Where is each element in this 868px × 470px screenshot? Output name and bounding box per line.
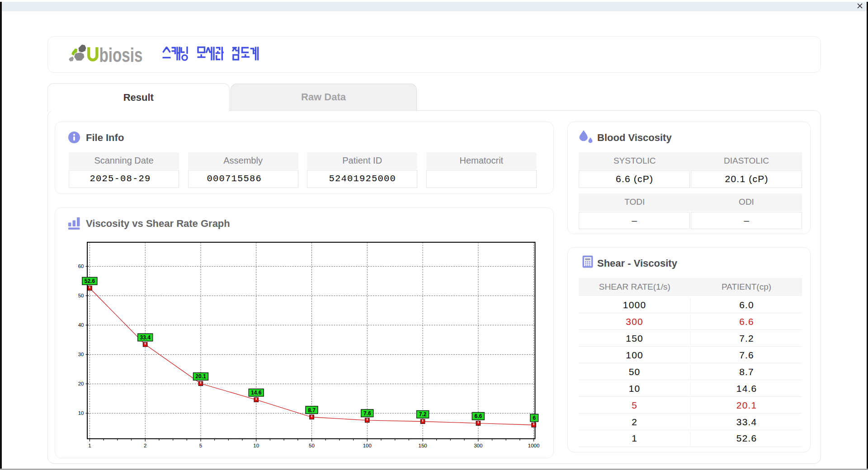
svg-text:10: 10 — [78, 410, 84, 416]
svg-text:7.2: 7.2 — [419, 411, 427, 418]
svg-text:7.6: 7.6 — [363, 410, 371, 417]
svg-text:50: 50 — [78, 293, 84, 298]
svg-text:60: 60 — [78, 263, 84, 269]
svg-text:50: 50 — [309, 443, 315, 448]
svg-text:40: 40 — [78, 322, 84, 328]
svg-text:300: 300 — [474, 443, 482, 448]
svg-text:30: 30 — [78, 352, 84, 357]
svg-text:1000: 1000 — [528, 443, 540, 448]
svg-text:150: 150 — [419, 443, 427, 448]
svg-text:5: 5 — [199, 443, 202, 448]
svg-text:100: 100 — [363, 443, 372, 448]
svg-text:10: 10 — [253, 443, 259, 448]
svg-text:1: 1 — [88, 443, 91, 448]
svg-text:20: 20 — [78, 381, 84, 386]
svg-text:20.1: 20.1 — [195, 373, 206, 380]
svg-text:2: 2 — [144, 443, 146, 448]
svg-text:8.7: 8.7 — [308, 407, 316, 414]
svg-text:6: 6 — [533, 415, 536, 421]
svg-text:33.4: 33.4 — [140, 334, 151, 341]
svg-text:6.6: 6.6 — [474, 413, 482, 419]
svg-text:14.6: 14.6 — [251, 390, 262, 396]
svg-text:52.6: 52.6 — [85, 278, 95, 284]
